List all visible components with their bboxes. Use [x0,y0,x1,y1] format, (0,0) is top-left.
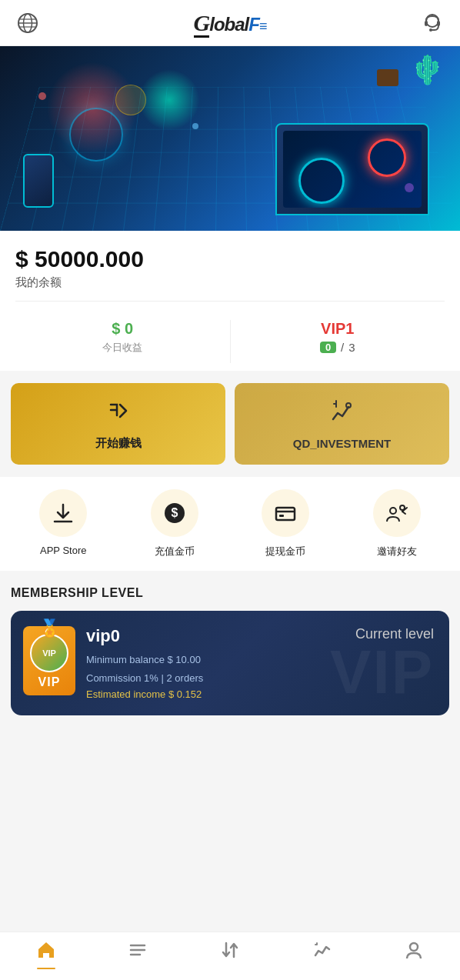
svg-point-9 [346,403,351,408]
qd-investment-icon [328,398,356,431]
svg-text:$: $ [171,506,178,519]
membership-section: MEMBERSHIP LEVEL 🏅 VIP VIP vip0 Minimum … [0,571,460,726]
vip-badge-emblem: VIP [30,634,68,672]
globe-icon-button[interactable] [14,9,42,37]
list-icon [128,940,148,965]
vip-count: 0 [320,342,336,353]
invite-circle [373,489,421,537]
header: GlobalF≡ [0,0,460,46]
qd-investment-label: QD_INVESTMENT [293,437,392,450]
bottom-spacer [0,726,460,780]
dot3 [405,183,414,192]
vip-total: 3 [348,341,355,354]
svg-point-16 [390,508,396,514]
svg-point-21 [410,943,418,951]
membership-min-balance: Minimum balance $ 10.00 [86,652,434,668]
banner-glow-green [138,69,200,131]
svg-rect-7 [437,21,440,26]
quick-actions: APP Store $ 充值金币 提现金币 [0,477,460,571]
membership-commission: Commission 1% | 2 orders [86,671,434,686]
support-icon-button[interactable] [418,9,446,37]
app-store-circle [39,489,87,537]
banner-plant: 🌵 [410,54,445,86]
app-logo: GlobalF≡ [194,10,267,36]
membership-card: 🏅 VIP VIP vip0 Minimum balance $ 10.00 C… [11,611,449,715]
today-income-value: $ 0 [15,320,230,338]
vip-level-value: VIP1 [231,320,445,338]
banner-phone [23,154,54,208]
membership-estimated-income: Estimated income $ 0.152 [86,688,434,700]
membership-current-level: Current level [355,626,434,642]
banner-screen [283,131,422,208]
membership-title: MEMBERSHIP LEVEL [11,586,449,600]
withdraw-circle [262,489,309,537]
svg-rect-15 [279,515,284,517]
balance-section: $ 50000.000 我的余额 $ 0 今日收益 VIP1 0 / 3 [0,231,460,371]
withdraw-button[interactable]: 提现金币 [255,489,316,558]
nav-transfer[interactable] [184,940,276,969]
svg-rect-13 [276,508,295,520]
top-up-label: 充值金币 [155,545,195,558]
dot1 [38,92,46,100]
banner-circle-small [115,85,146,115]
svg-point-8 [429,28,432,32]
app-store-button[interactable]: APP Store [32,489,94,556]
nav-investment[interactable] [276,940,368,969]
withdraw-label: 提现金币 [265,545,305,558]
banner-blue-circle [298,158,345,204]
transfer-icon [220,940,240,965]
invite-button[interactable]: 邀请好友 [366,489,428,558]
today-income-label: 今日收益 [15,341,230,355]
svg-rect-6 [425,21,428,26]
bottom-navigation [0,932,460,980]
banner-circle-deco [69,108,123,162]
home-icon [36,940,56,965]
vip-slash: / [341,341,344,354]
nav-list[interactable] [92,940,185,969]
start-earning-label: 开始赚钱 [95,436,142,451]
profile-icon [404,940,424,965]
balance-divider [15,301,445,302]
vip-badge-row: 0 / 3 [231,341,445,354]
balance-amount: $ 50000.000 [15,246,445,272]
nav-home[interactable] [0,940,92,969]
banner-cup [377,69,398,86]
investment-icon [312,940,332,965]
start-earning-icon [105,397,132,430]
today-income-stat: $ 0 今日收益 [15,312,230,371]
balance-stats: $ 0 今日收益 VIP1 0 / 3 [15,312,445,371]
vip-badge-text: VIP [38,675,61,689]
home-nav-underline [37,968,55,969]
app-store-label: APP Store [40,545,86,556]
qd-investment-button[interactable]: QD_INVESTMENT [235,383,449,465]
medal-icon: 🏅 [39,618,60,638]
hero-banner: 🌵 [0,46,460,231]
vip-badge: 🏅 VIP VIP [23,626,75,695]
banner-red-circle [368,138,406,177]
start-earning-button[interactable]: 开始赚钱 [11,383,225,465]
top-up-circle: $ [151,489,198,537]
vip-level-stat: VIP1 0 / 3 [231,312,445,371]
top-up-button[interactable]: $ 充值金币 [144,489,205,558]
balance-label: 我的余额 [15,275,445,290]
dot2 [192,123,198,129]
nav-profile[interactable] [368,940,460,969]
invite-label: 邀请好友 [377,545,417,558]
banner-laptop [275,123,429,215]
action-buttons: 开始赚钱 QD_INVESTMENT [0,371,460,477]
